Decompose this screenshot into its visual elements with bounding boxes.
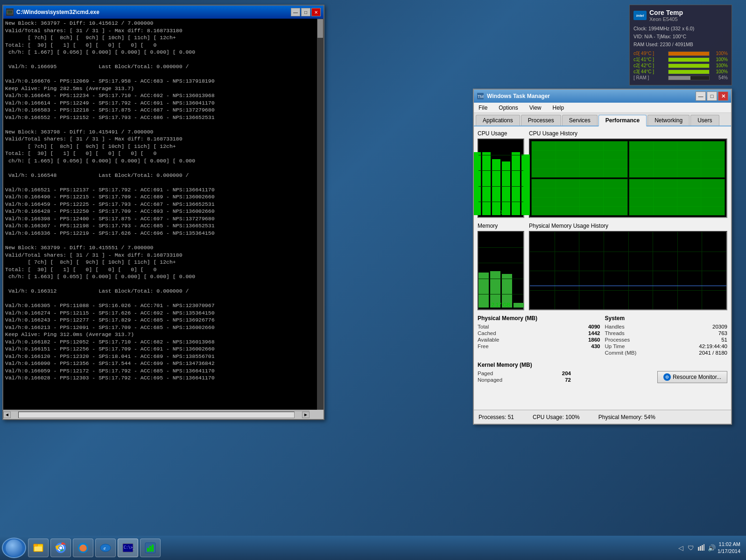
kernel-paged-val: 204: [562, 371, 571, 376]
task-manager-window: TM Windows Task Manager — □ ✕ File Optio…: [473, 89, 732, 425]
taskbar-firefox-btn[interactable]: [73, 539, 93, 557]
phys-mem-cached-key: Cached: [478, 330, 496, 336]
system-section: System Handles 20309 Threads 763 Process…: [605, 315, 728, 356]
cmd-line-35: Total: [ 30] [ 1] [ 0] [ 0] [ 0] [ 0: [5, 266, 322, 273]
cmd-line-23: [5, 179, 322, 186]
chrome-icon: [54, 541, 67, 554]
cmd-content: New Block: 363797 - Diff: 10.415612 / 7.…: [3, 19, 324, 410]
cmd-line-9: Val/h:0.166676 - PPS:12069 - SPS:17.958 …: [5, 77, 322, 85]
tab-networking[interactable]: Networking: [647, 115, 690, 126]
cmd-line-42: Val/h:0.166243 - PPS:12277 - SPS:17.829 …: [5, 316, 322, 324]
cmd-maximize-btn[interactable]: □: [301, 8, 310, 16]
system-threads-key: Threads: [605, 330, 625, 336]
start-orb-icon: [6, 539, 22, 556]
tm-menu-help[interactable]: Help: [550, 104, 567, 112]
cmd-line-26: Val/h:0.166459 - PPS:12225 - SPS:17.793 …: [5, 201, 322, 208]
system-title: System: [605, 315, 728, 322]
cmd-close-btn[interactable]: ✕: [311, 8, 321, 16]
tm-menu-options[interactable]: Options: [496, 104, 521, 112]
tm-restore-btn[interactable]: □: [707, 91, 717, 101]
tab-processes[interactable]: Processes: [521, 115, 561, 126]
core-ram-bar-container: [668, 76, 710, 80]
taskbar-explorer-btn[interactable]: [28, 539, 49, 557]
tray-network-icon[interactable]: [697, 544, 705, 552]
tm-menu-file[interactable]: File: [476, 104, 490, 112]
taskbar-chrome-btn[interactable]: [50, 539, 71, 557]
svg-rect-5: [34, 544, 37, 546]
tm-title: Windows Task Manager: [487, 93, 550, 99]
tm-menu-view[interactable]: View: [527, 104, 544, 112]
cpu-hist1-fill: [532, 141, 627, 177]
core-c3-label: c3[ 44°C ]: [633, 69, 666, 74]
mem-history-line: [530, 286, 726, 286]
phys-mem-cached-row: Cached 1442: [478, 330, 600, 336]
cpu-grid: [479, 140, 523, 217]
cmd-line-44: Keep Alive: Ping 312.0ms (Average 313.7): [5, 331, 322, 338]
kernel-title: Kernel Memory (MB): [478, 362, 571, 368]
core-c0-pct: 100%: [711, 51, 728, 56]
phys-mem-avail-key: Available: [478, 337, 499, 343]
taskbar-cmd-btn[interactable]: C:\>_: [118, 539, 138, 557]
cmd-scrollthumb[interactable]: [317, 19, 323, 38]
cmd-titlebar: C:\ C:\Windows\system32\cmd.exe — □ ✕: [3, 6, 324, 19]
tm-status-cpu: CPU Usage: 100%: [533, 414, 580, 420]
svg-text:C:\: C:\: [7, 11, 12, 14]
system-processes-key: Processes: [605, 337, 630, 343]
hscroll-right-btn[interactable]: ►: [302, 412, 310, 418]
memory-label: Memory: [478, 223, 524, 229]
cmd-line-37: [5, 280, 322, 288]
phys-mem-total-val: 4090: [588, 324, 600, 329]
tray-arrow-icon[interactable]: ◁: [676, 544, 685, 552]
cpu-history-panel-1: [531, 141, 628, 178]
core-c0-label: c0[ 49°C ]: [633, 51, 666, 56]
phys-mem-free-val: 430: [591, 343, 600, 349]
resource-monitor-btn[interactable]: ⊙ Resource Monitor...: [657, 371, 727, 383]
cmd-statusbar: ◄ ►: [3, 410, 324, 419]
core-bar-ram: [ RAM ] 54%: [633, 75, 728, 80]
system-clock[interactable]: 11:02 AM 1/17/2014: [718, 541, 740, 555]
core-c2-bar-container: [668, 63, 710, 68]
cmd-line-24: Val/h:0.166521 - PPS:12137 - SPS:17.792 …: [5, 186, 322, 194]
tab-services[interactable]: Services: [562, 115, 598, 126]
cmd-line-22: Val/h: 0.166548 Last Block/Total: 0.0000…: [5, 172, 322, 179]
cpu-hist4-fill: [629, 179, 725, 215]
svg-rect-22: [700, 546, 701, 551]
info-section-row: Physical Memory (MB) Total 4090 Cached 1…: [478, 315, 727, 356]
cmd-line-21: [5, 164, 322, 172]
clock-date: 1/17/2014: [718, 548, 740, 555]
tab-applications[interactable]: Applications: [476, 115, 520, 126]
cmd-line-10: Keep Alive: Ping 282.5ms (Average 313.7): [5, 85, 322, 92]
core-temp-header: intel Core Temp Xeon E5405: [633, 9, 728, 22]
core-bar-c0: c0[ 49°C ] 100%: [633, 51, 728, 56]
cmd-line-12: Val/h:0.166614 - PPS:12249 - SPS:17.792 …: [5, 99, 322, 107]
hscroll-left-btn[interactable]: ◄: [3, 412, 11, 418]
tm-statusbar: Processes: 51 CPU Usage: 100% Physical M…: [474, 410, 731, 424]
start-button[interactable]: [2, 538, 26, 558]
cpu-history-label: CPU Usage History: [529, 130, 727, 137]
phys-mem-avail-val: 1860: [588, 337, 600, 343]
svg-rect-18: [147, 548, 149, 552]
svg-rect-24: [704, 544, 704, 551]
cpu-usage-chart: 100 %: [478, 139, 524, 218]
cmd-scrollbar[interactable]: [317, 19, 324, 410]
kernel-nonpaged-val: 72: [565, 377, 571, 383]
cmd-line-34: [ 7ch] [ 8ch] [ 9ch] [ 10ch] [ 11ch] [ 1…: [5, 259, 322, 266]
tm-close-btn[interactable]: ✕: [718, 91, 728, 101]
cmd-title: C:\Windows\system32\cmd.exe: [16, 9, 99, 15]
mem-history-section: Physical Memory Usage History: [529, 223, 727, 310]
taskbar-taskmgr-btn[interactable]: [140, 539, 161, 557]
cmd-hscroll[interactable]: ◄ ►: [3, 411, 310, 418]
core-c0-bar-container: [668, 51, 710, 56]
core-bar-c2: c2[ 42°C ] 100%: [633, 63, 728, 68]
tab-users[interactable]: Users: [690, 115, 719, 126]
cmd-minimize-btn[interactable]: —: [291, 8, 300, 16]
memory-chart: 2.17 GB: [478, 231, 524, 310]
tm-minimize-btn[interactable]: —: [696, 91, 706, 101]
system-commit-key: Commit (MB): [605, 350, 637, 356]
taskbar-ie-btn[interactable]: e: [95, 539, 116, 557]
system-commit-val: 2041 / 8180: [699, 350, 727, 356]
tab-performance[interactable]: Performance: [598, 115, 647, 126]
tray-volume-icon[interactable]: 🔊: [707, 544, 716, 552]
cmd-window-icon: C:\: [6, 8, 14, 16]
svg-rect-20: [152, 545, 154, 552]
